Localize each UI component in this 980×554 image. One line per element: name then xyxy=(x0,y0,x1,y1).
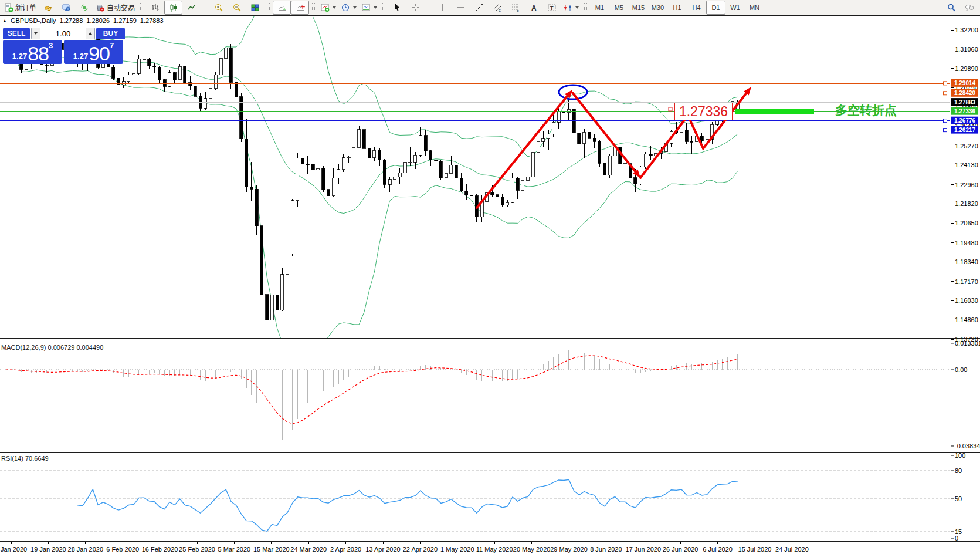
chat-button[interactable] xyxy=(960,1,978,15)
price-badge-label: 1.27336 xyxy=(954,108,976,114)
candle-body xyxy=(342,158,345,170)
signal-icon xyxy=(80,3,89,12)
bar-chart-button[interactable] xyxy=(146,1,164,15)
symbol-period-label: GBPUSD-,Daily xyxy=(11,17,56,24)
tf-w1-button[interactable]: W1 xyxy=(725,1,745,15)
date-tick-label: 15 Jul 2020 xyxy=(738,546,772,553)
auto-scroll-button[interactable] xyxy=(273,1,291,15)
toolbar-grip xyxy=(382,3,385,12)
volume-increase-button[interactable] xyxy=(86,28,94,39)
price-tick-label: 1.21820 xyxy=(955,200,978,207)
date-tick-label: 15 Mar 2020 xyxy=(253,546,290,553)
candle-body xyxy=(240,97,243,138)
candle-body xyxy=(414,155,417,162)
tf-m30-button[interactable]: M30 xyxy=(648,1,667,15)
zoom-in-button[interactable] xyxy=(209,1,228,15)
candle-body xyxy=(270,295,273,320)
line-handle[interactable] xyxy=(944,82,947,85)
chart-shift-button[interactable] xyxy=(291,1,309,15)
chat-icon xyxy=(965,3,974,12)
tf-h4-button[interactable]: H4 xyxy=(687,1,706,15)
candle-body xyxy=(445,174,447,178)
candle-body xyxy=(255,189,258,225)
candle-body xyxy=(127,75,130,82)
volume-decrease-button[interactable] xyxy=(32,28,40,39)
template-icon xyxy=(361,3,371,12)
candle-body xyxy=(685,130,688,141)
line-handle[interactable] xyxy=(944,92,947,95)
tf-m5-button[interactable]: M5 xyxy=(609,1,629,15)
autotrade-icon xyxy=(96,3,105,12)
candle-body xyxy=(153,66,156,67)
turning-point-highlight-bar[interactable] xyxy=(735,109,814,114)
fibonacci-button[interactable]: F xyxy=(506,1,524,15)
channel-icon: E xyxy=(493,3,502,12)
trend-arrow-segment[interactable] xyxy=(477,95,568,208)
close-value: 1.27883 xyxy=(140,17,164,24)
line-handle[interactable] xyxy=(944,129,947,132)
candle-body xyxy=(501,197,504,205)
equidistant-channel-button[interactable]: E xyxy=(488,1,506,15)
terminal-window: 新订单自动交易EFATM1M5M15M30H1H4D1W1MN 1.322001… xyxy=(0,0,980,554)
line-chart-button[interactable] xyxy=(182,1,201,15)
price-callout-label[interactable]: 1.27336 xyxy=(674,103,733,120)
tf-m15-button[interactable]: M15 xyxy=(629,1,648,15)
candle-body xyxy=(266,295,269,320)
label-button[interactable]: T xyxy=(542,1,561,15)
candle-body xyxy=(178,66,181,80)
tf-mn-button[interactable]: MN xyxy=(745,1,764,15)
signals-button[interactable] xyxy=(75,1,93,15)
tf-h1-button[interactable]: H1 xyxy=(667,1,687,15)
arrows-button[interactable] xyxy=(561,1,581,15)
open-value: 1.27288 xyxy=(60,17,83,24)
auto-trading-button-label: 自动交易 xyxy=(107,3,135,13)
buy-price-button[interactable]: 1.27 90 7 xyxy=(64,40,123,64)
candle-body xyxy=(547,134,550,138)
volume-decrease-icon xyxy=(34,32,38,35)
candle-body xyxy=(527,177,530,180)
cursor-button[interactable] xyxy=(388,1,406,15)
horizontal-line-button[interactable] xyxy=(452,1,470,15)
price-badge-label: 1.26776 xyxy=(954,117,976,124)
candle-body xyxy=(403,162,406,173)
periods-button[interactable] xyxy=(338,1,359,15)
trendline-button[interactable] xyxy=(470,1,488,15)
macd-values: 0.006729 0.004490 xyxy=(48,344,103,351)
sell-price-prefix: 1.27 xyxy=(12,50,27,62)
line-handle[interactable] xyxy=(944,119,947,123)
tf-m1-button[interactable]: M1 xyxy=(590,1,609,15)
price-badge-label: 1.29014 xyxy=(954,80,976,86)
collapse-icon[interactable]: ▲ xyxy=(2,18,7,23)
turning-point-annotation[interactable]: 多空转折点 xyxy=(835,102,897,119)
callout-anchor-handle[interactable] xyxy=(669,107,672,111)
candlestick-button[interactable] xyxy=(164,1,182,15)
text-icon: A xyxy=(529,3,538,12)
trend-arrow-segment[interactable] xyxy=(572,93,636,173)
indicators-button[interactable] xyxy=(318,1,338,15)
sell-price-button[interactable]: 1.27 88 3 xyxy=(3,40,62,64)
auto-trading-button[interactable]: 自动交易 xyxy=(93,1,137,15)
tile-windows-button[interactable] xyxy=(246,1,264,15)
zoom-out-button[interactable] xyxy=(228,1,246,15)
high-value: 1.28026 xyxy=(86,17,110,24)
templates-button[interactable] xyxy=(359,1,379,15)
candle-body xyxy=(378,150,381,160)
gold-icon xyxy=(43,3,53,12)
market-watch-button[interactable] xyxy=(39,1,57,15)
sell-button[interactable]: SELL xyxy=(3,28,30,39)
data-window-button[interactable] xyxy=(57,1,75,15)
price-badge-label: 1.28420 xyxy=(954,90,976,96)
crosshair-button[interactable] xyxy=(406,1,425,15)
svg-text:A: A xyxy=(531,4,537,12)
vertical-line-button[interactable] xyxy=(433,1,452,15)
new-order-button[interactable]: 新订单 xyxy=(2,1,39,15)
tf-d1-button[interactable]: D1 xyxy=(706,1,725,15)
search-button[interactable] xyxy=(942,1,960,15)
candle-body xyxy=(537,141,540,152)
candle-body xyxy=(511,178,514,202)
volume-field[interactable]: 1.00 xyxy=(40,28,86,39)
text-button[interactable]: A xyxy=(524,1,542,15)
price-chart-canvas[interactable]: 1.322001.310601.298901.287501.275901.264… xyxy=(0,0,980,554)
buy-button[interactable]: BUY xyxy=(96,28,125,39)
price-badge-label: 1.26217 xyxy=(954,127,976,133)
